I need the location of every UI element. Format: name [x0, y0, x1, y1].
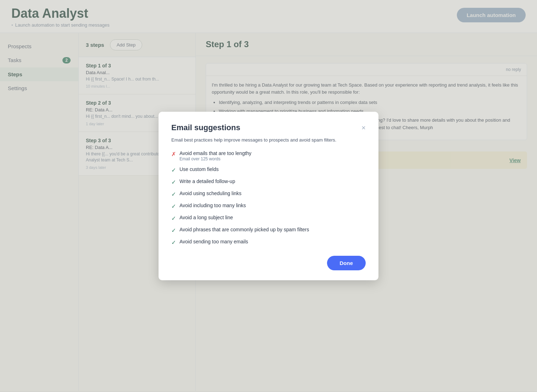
done-button[interactable]: Done — [327, 256, 366, 270]
suggestion-item-label: Avoid using scheduling links — [179, 191, 242, 196]
checkmark-icon: ✓ — [171, 167, 176, 173]
suggestion-list-item: ✓Avoid using scheduling links — [171, 191, 366, 198]
email-suggestions-modal: Email suggestions × Email best practices… — [159, 112, 378, 280]
suggestion-list-item: ✓Avoid including too many links — [171, 203, 366, 210]
suggestion-list-item: ✗Avoid emails that are too lengthyEmail … — [171, 150, 366, 161]
modal-overlay: Email suggestions × Email best practices… — [0, 0, 537, 392]
modal-subtitle: Email best practices help improve messag… — [171, 137, 366, 143]
suggestion-list-item: ✓Write a detailed follow-up — [171, 178, 366, 186]
suggestion-list-item: ✓Avoid a long subject line — [171, 215, 366, 222]
suggestion-list-item: ✓Use custom fields — [171, 166, 366, 173]
suggestion-item-sub: Email over 125 words — [179, 156, 251, 161]
modal-header: Email suggestions × — [171, 123, 366, 132]
suggestion-list-item: ✓Avoid sending too many emails — [171, 239, 366, 246]
checkmark-icon: ✓ — [171, 215, 176, 222]
suggestion-item-label: Avoid a long subject line — [179, 215, 233, 220]
checkmark-icon: ✓ — [171, 191, 176, 198]
suggestion-item-label: Avoid sending too many emails — [179, 239, 248, 244]
suggestion-item-label: Avoid including too many links — [179, 203, 246, 208]
checkmark-icon: ✓ — [171, 227, 176, 234]
checkmark-icon: ✓ — [171, 203, 176, 210]
suggestion-item-label: Avoid emails that are too lengthy — [179, 150, 251, 156]
cross-icon: ✗ — [171, 151, 176, 158]
suggestion-item-label: Write a detailed follow-up — [179, 178, 235, 184]
checkmark-icon: ✓ — [171, 179, 176, 186]
modal-close-button[interactable]: × — [361, 124, 366, 131]
suggestion-list-item: ✓Avoid phrases that are commonly picked … — [171, 227, 366, 234]
suggestion-item-label: Use custom fields — [179, 166, 218, 172]
modal-footer: Done — [171, 256, 366, 270]
suggestion-list: ✗Avoid emails that are too lengthyEmail … — [171, 150, 366, 246]
checkmark-icon: ✓ — [171, 239, 176, 246]
modal-title: Email suggestions — [171, 123, 240, 132]
suggestion-item-label: Avoid phrases that are commonly picked u… — [179, 227, 309, 232]
